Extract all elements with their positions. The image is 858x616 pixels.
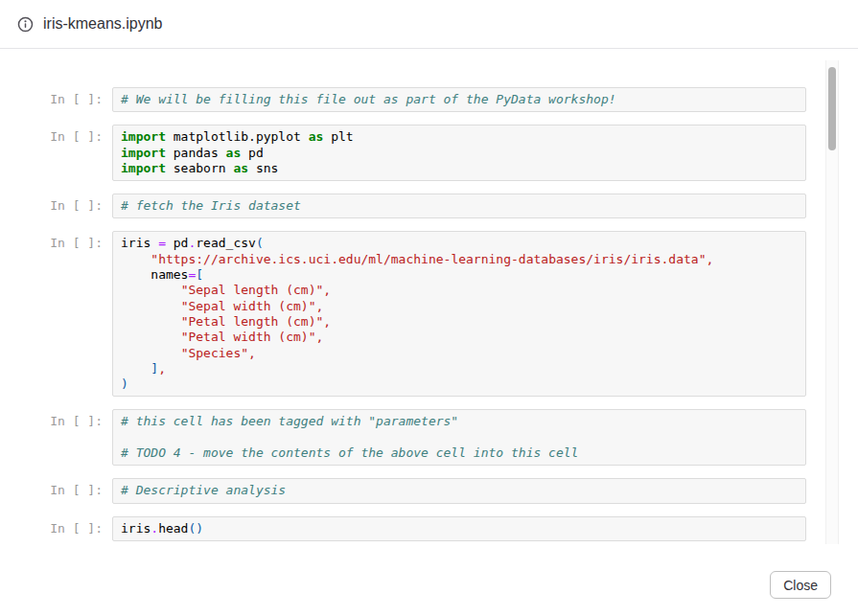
modal-header: iris-kmeans.ipynb <box>0 0 858 49</box>
cell-code: iris.head() <box>112 516 806 541</box>
cell-prompt: In [ ]: <box>50 409 103 429</box>
cell-prompt: In [ ]: <box>50 125 103 145</box>
code-line: # We will be filling this file out as pa… <box>121 92 798 107</box>
cell-prompt: In [ ]: <box>50 231 103 251</box>
scrollbar-track[interactable] <box>825 60 839 544</box>
code-line: "Petal width (cm)", <box>121 330 798 345</box>
file-title: iris-kmeans.ipynb <box>43 15 162 33</box>
code-line: # TODO 4 - move the contents of the abov… <box>121 445 798 461</box>
notebook-cell: In [ ]:import matplotlib.pyplot as pltim… <box>50 125 806 181</box>
cell-prompt: In [ ]: <box>50 194 103 214</box>
code-line: import seaborn as sns <box>121 161 798 176</box>
cell-prompt: In [ ]: <box>50 87 103 107</box>
notebook-cell: In [ ]:# We will be filling this file ou… <box>50 87 806 112</box>
scrollbar-thumb[interactable] <box>828 67 836 150</box>
notebook-cell: In [ ]:iris = pd.read_csv( "https://arch… <box>50 231 806 397</box>
code-line: "Sepal length (cm)", <box>121 283 798 298</box>
code-line: # fetch the Iris dataset <box>121 198 798 214</box>
code-line: "Species", <box>121 346 798 361</box>
notebook-scroll-area: In [ ]:# We will be filling this file ou… <box>0 49 858 544</box>
notebook-cell: In [ ]:# fetch the Iris dataset <box>50 194 806 218</box>
code-line <box>121 430 798 445</box>
code-line: ) <box>121 376 798 392</box>
code-line: # Descriptive analysis <box>121 483 798 498</box>
code-line: "https://archive.ics.uci.edu/ml/machine-… <box>121 252 798 267</box>
notebook-cell: In [ ]:# Descriptive analysis <box>50 478 806 503</box>
code-line: import matplotlib.pyplot as plt <box>121 129 798 145</box>
notebook-cell: In [ ]:iris.head() <box>50 516 806 541</box>
cell-prompt: In [ ]: <box>50 478 103 498</box>
cell-prompt: In [ ]: <box>50 516 103 536</box>
cell-code: # We will be filling this file out as pa… <box>112 87 806 112</box>
cell-code: iris = pd.read_csv( "https://archive.ics… <box>112 231 806 397</box>
notebook-cells: In [ ]:# We will be filling this file ou… <box>0 49 858 541</box>
code-line: "Petal length (cm)", <box>121 314 798 330</box>
code-line: # this cell has been tagged with "parame… <box>121 414 798 429</box>
cell-code: import matplotlib.pyplot as pltimport pa… <box>112 125 806 181</box>
cell-code: # this cell has been tagged with "parame… <box>112 409 806 466</box>
code-line: iris.head() <box>121 521 798 536</box>
code-line: "Sepal width (cm)", <box>121 299 798 314</box>
code-line: ], <box>121 361 798 376</box>
cell-code: # fetch the Iris dataset <box>112 194 806 218</box>
notebook-cell: In [ ]:# this cell has been tagged with … <box>50 409 806 466</box>
code-line: names=[ <box>121 267 798 283</box>
cell-code: # Descriptive analysis <box>112 478 806 503</box>
code-line: iris = pd.read_csv( <box>121 236 798 251</box>
info-icon <box>17 16 34 33</box>
close-button[interactable]: Close <box>770 571 831 599</box>
code-line: import pandas as pd <box>121 146 798 161</box>
